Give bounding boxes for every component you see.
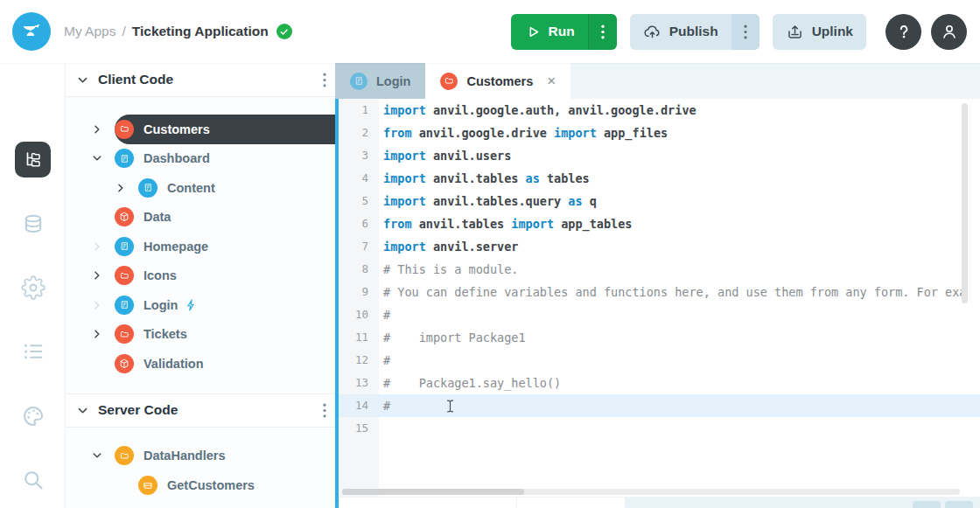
breadcrumb-my-apps[interactable]: My Apps bbox=[64, 24, 116, 39]
server-code-header[interactable]: Server Code bbox=[66, 393, 335, 428]
line-content: # bbox=[379, 349, 390, 372]
tree-item-tickets[interactable]: Tickets bbox=[66, 320, 335, 350]
tree-item-label: DataHandlers bbox=[144, 449, 225, 463]
kebab-icon[interactable] bbox=[323, 403, 326, 418]
code-line-7[interactable]: 7import anvil.server bbox=[339, 235, 980, 258]
chevron-down-icon[interactable] bbox=[91, 151, 105, 165]
line-number: 6 bbox=[339, 212, 379, 235]
horizontal-scrollbar-thumb[interactable] bbox=[342, 489, 524, 495]
code-line-3[interactable]: 3import anvil.users bbox=[339, 144, 980, 167]
server-code-title: Server Code bbox=[98, 402, 323, 418]
published-status-badge[interactable] bbox=[276, 24, 292, 39]
tree-item-validation[interactable]: Validation bbox=[66, 349, 335, 379]
code-line-8[interactable]: 8# This is a module. bbox=[339, 258, 980, 281]
database-icon bbox=[21, 212, 46, 237]
chevron-down-icon[interactable] bbox=[91, 449, 105, 463]
activity-item-app-browser[interactable] bbox=[0, 142, 66, 177]
user-icon bbox=[940, 22, 959, 41]
tree-item-dashboard[interactable]: Dashboard bbox=[66, 144, 335, 174]
code-line-5[interactable]: 5import anvil.tables.query as q bbox=[339, 190, 980, 212]
tree-item-homepage[interactable]: Homepage bbox=[66, 232, 335, 261]
chevron-down-icon bbox=[76, 404, 89, 417]
vertical-scrollbar-thumb[interactable] bbox=[962, 103, 968, 303]
code-line-9[interactable]: 9# You can define variables and function… bbox=[339, 281, 980, 303]
form-glyph bbox=[119, 240, 130, 252]
tree-item-login[interactable]: Login bbox=[66, 290, 335, 320]
tab-bar-filler bbox=[570, 63, 980, 99]
tree-item-content[interactable]: Content bbox=[66, 173, 335, 203]
activity-item-search[interactable] bbox=[0, 468, 66, 492]
code-line-14[interactable]: 14# bbox=[339, 394, 980, 417]
form-icon bbox=[115, 237, 134, 256]
activity-item-settings[interactable] bbox=[0, 275, 66, 300]
chevron-right-icon[interactable] bbox=[91, 122, 105, 136]
code-line-2[interactable]: 2from anvil.google.drive import app_file… bbox=[339, 122, 980, 144]
bottom-panel-button[interactable] bbox=[945, 501, 973, 508]
tree-item-icons[interactable]: Icons bbox=[66, 261, 335, 291]
chevron-right-icon bbox=[91, 299, 103, 311]
chevron-right-icon bbox=[91, 240, 103, 253]
anvil-logo[interactable] bbox=[12, 12, 51, 51]
help-button[interactable] bbox=[886, 14, 921, 50]
line-content: # This is a module. bbox=[379, 258, 518, 281]
code-line-4[interactable]: 4import anvil.tables as tables bbox=[339, 167, 980, 190]
tab-customers[interactable]: Customers× bbox=[425, 63, 570, 99]
chevron-down-icon bbox=[76, 73, 89, 87]
chevron-right-icon[interactable] bbox=[91, 268, 105, 282]
code-line-10[interactable]: 10# bbox=[339, 303, 980, 326]
publish-options-button[interactable] bbox=[732, 14, 760, 50]
tab-login[interactable]: Login bbox=[335, 63, 425, 99]
run-button-group: Run bbox=[511, 14, 617, 50]
anvil-ide: My Apps / Ticketing Application Run bbox=[0, 0, 980, 508]
code-line-11[interactable]: 11# import Package1 bbox=[339, 326, 980, 349]
code-line-6[interactable]: 6from anvil.tables import app_tables bbox=[339, 212, 980, 235]
line-content: # bbox=[379, 303, 390, 326]
code-line-1[interactable]: 1import anvil.google.auth, anvil.google.… bbox=[339, 99, 980, 122]
chevron-right-icon bbox=[115, 182, 127, 194]
tree-item-data[interactable]: Data bbox=[66, 203, 335, 233]
activity-item-theme-palette[interactable] bbox=[0, 404, 66, 428]
top-bar: My Apps / Ticketing Application Run bbox=[0, 0, 980, 63]
horizontal-scrollbar[interactable] bbox=[342, 489, 960, 495]
kebab-icon[interactable] bbox=[323, 73, 326, 87]
play-icon bbox=[526, 24, 541, 39]
chevron-right-icon[interactable] bbox=[115, 181, 129, 195]
uplink-button[interactable]: Uplink bbox=[773, 14, 866, 50]
line-number: 4 bbox=[339, 167, 379, 190]
chevron-right-icon[interactable] bbox=[91, 327, 105, 341]
bottom-panel-button[interactable] bbox=[913, 501, 941, 508]
code-line-15[interactable]: 15 bbox=[339, 417, 980, 440]
account-button[interactable] bbox=[931, 14, 967, 50]
editor-body: 1import anvil.google.auth, anvil.google.… bbox=[335, 99, 980, 508]
chevron-right-icon[interactable] bbox=[91, 298, 105, 312]
module-icon bbox=[115, 354, 134, 373]
form-glyph bbox=[354, 75, 365, 87]
tree-item-customers[interactable]: Customers bbox=[66, 115, 335, 144]
code-line-13[interactable]: 13# Package1.say_hello() bbox=[339, 372, 980, 394]
code-line-12[interactable]: 12# bbox=[339, 349, 980, 372]
form-icon bbox=[350, 73, 368, 90]
publish-button-group: Publish bbox=[630, 14, 760, 50]
tree-item-getcustomers[interactable]: GetCustomers bbox=[66, 470, 335, 500]
chevron-right-icon[interactable] bbox=[91, 240, 105, 254]
line-number: 15 bbox=[339, 417, 379, 440]
bottom-panel-edge bbox=[339, 497, 980, 508]
run-label: Run bbox=[549, 24, 575, 39]
tree-item-label: Tickets bbox=[144, 327, 187, 341]
folder-glyph bbox=[119, 123, 130, 135]
tab-label: Login bbox=[376, 74, 410, 88]
client-code-header[interactable]: Client Code bbox=[66, 63, 335, 97]
run-button[interactable]: Run bbox=[511, 14, 588, 50]
close-tab-icon[interactable]: × bbox=[547, 73, 556, 88]
code-region[interactable]: 1import anvil.google.auth, anvil.google.… bbox=[339, 99, 980, 497]
tree-item-datahandlers[interactable]: DataHandlers bbox=[66, 442, 335, 471]
publish-button[interactable]: Publish bbox=[630, 14, 732, 50]
line-content: import anvil.google.auth, anvil.google.d… bbox=[379, 99, 696, 122]
server-icon bbox=[138, 476, 158, 495]
activity-item-outline-list[interactable] bbox=[0, 339, 66, 364]
run-options-button[interactable] bbox=[588, 14, 617, 50]
activity-item-database[interactable] bbox=[0, 212, 66, 237]
anvil-icon bbox=[20, 20, 43, 43]
line-number: 10 bbox=[339, 303, 379, 326]
form-glyph bbox=[119, 153, 130, 164]
